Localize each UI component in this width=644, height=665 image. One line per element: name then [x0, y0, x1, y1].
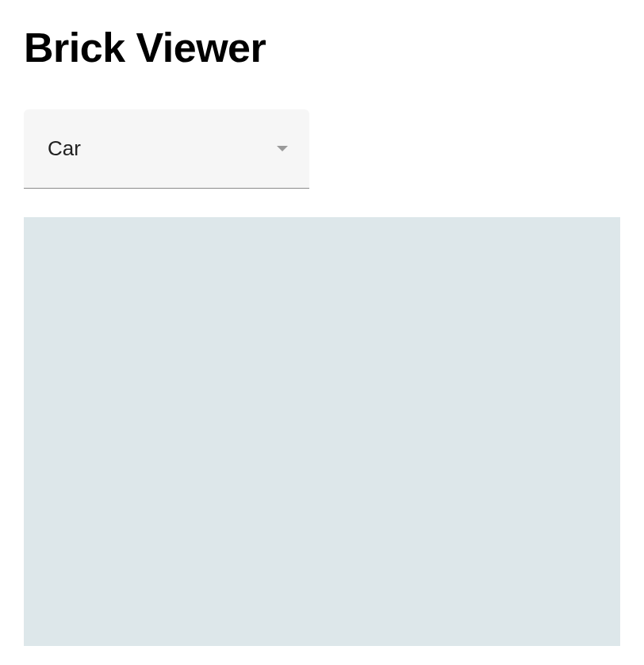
viewer-canvas[interactable]: [24, 217, 620, 646]
page-title: Brick Viewer: [24, 24, 620, 71]
chevron-down-icon: [276, 145, 289, 153]
model-select[interactable]: Car: [24, 109, 309, 189]
model-select-value: Car: [48, 136, 81, 161]
